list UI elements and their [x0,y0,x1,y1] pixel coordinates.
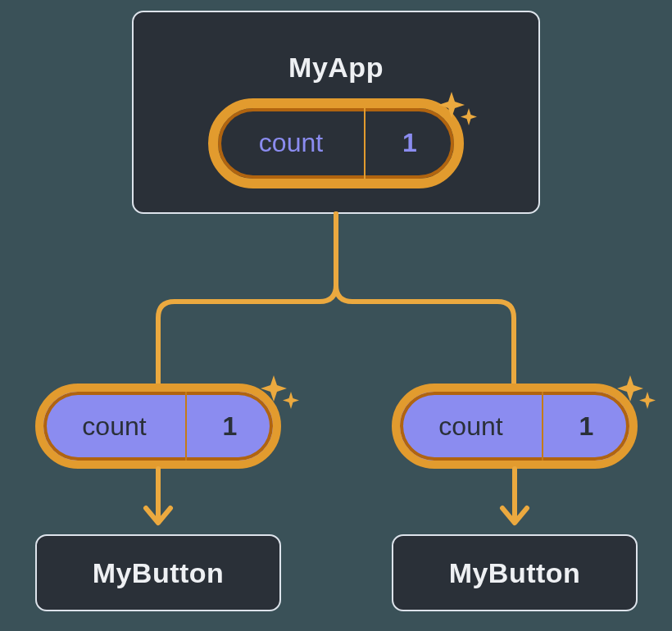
arrow-down-icon [139,469,177,534]
state-pill: count 1 [208,98,464,188]
prop-name: count [43,392,187,461]
prop-value: 1 [187,392,273,461]
prop-name: count [400,392,543,461]
child-prop-pill: count 1 [35,384,281,469]
child-title: MyButton [93,557,225,589]
prop-value: 1 [543,392,629,461]
child-component-box: MyButton [35,534,281,611]
parent-title: MyApp [288,52,384,84]
state-value: 1 [366,108,454,179]
parent-component-box: MyApp count 1 [132,11,540,214]
state-name: count [218,108,366,179]
arrow-down-icon [496,469,534,534]
child-prop-pill: count 1 [392,384,638,469]
child-title: MyButton [449,557,581,589]
child-component-box: MyButton [392,534,638,611]
